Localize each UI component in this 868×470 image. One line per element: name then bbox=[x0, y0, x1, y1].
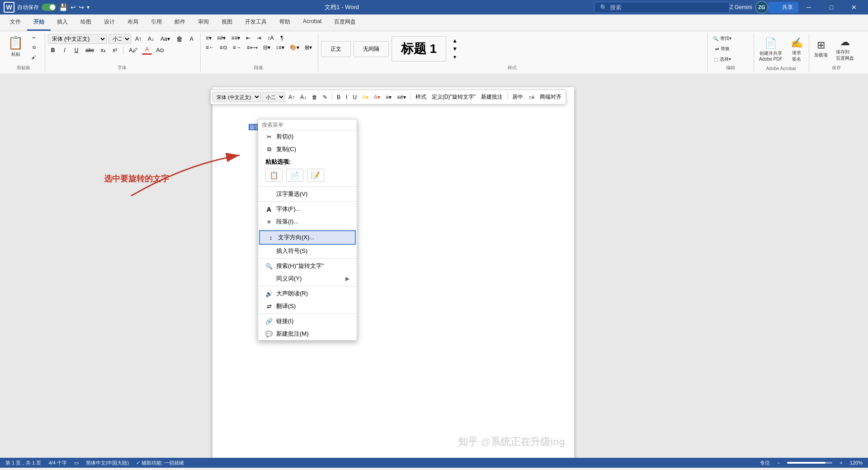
align-right-button[interactable]: ≡→ bbox=[231, 43, 244, 52]
tab-home[interactable]: 开始 bbox=[27, 14, 51, 31]
ft-format-button[interactable]: ✎ bbox=[321, 92, 330, 102]
select-button[interactable]: ⬚ 选择▾ bbox=[711, 55, 734, 64]
styles-down-button[interactable]: ▼ bbox=[450, 45, 460, 53]
paste-opt1[interactable]: 📋 bbox=[265, 169, 283, 182]
ft-style-button[interactable]: 样式 bbox=[413, 92, 429, 102]
focus-mode[interactable]: 专注 bbox=[760, 460, 770, 466]
tab-references[interactable]: 引用 bbox=[145, 14, 168, 31]
columns-button[interactable]: ⊟▾ bbox=[261, 43, 273, 52]
cut-button[interactable]: ✂ bbox=[27, 34, 41, 42]
paste-opt3[interactable]: 📝 bbox=[307, 169, 324, 182]
zoom-slider[interactable] bbox=[787, 462, 832, 464]
change-case-button[interactable]: Aa▾ bbox=[158, 35, 172, 43]
close-button[interactable]: ✕ bbox=[844, 0, 864, 14]
styles-expand-button[interactable]: ▾ bbox=[450, 53, 460, 61]
add-item-button[interactable]: ⊞ 加载项 bbox=[812, 38, 830, 60]
ft-bullets-button[interactable]: ≡▾ bbox=[383, 92, 394, 102]
ft-new-comment-button[interactable]: 新建批注 bbox=[479, 92, 505, 102]
tab-file[interactable]: 文件 bbox=[4, 14, 27, 31]
ft-italic-button[interactable]: I bbox=[344, 92, 349, 102]
ctx-new-comment[interactable]: 💬 新建批注(M) bbox=[258, 328, 357, 340]
context-search-input[interactable] bbox=[262, 122, 353, 128]
shading-button[interactable]: 🎨▾ bbox=[288, 43, 302, 52]
tab-layout[interactable]: 布局 bbox=[121, 14, 145, 31]
decrease-indent-button[interactable]: ⇤ bbox=[243, 34, 253, 42]
tab-developer[interactable]: 开发工具 bbox=[239, 14, 273, 31]
ft-color-button[interactable]: A▾ bbox=[372, 92, 382, 102]
tab-design[interactable]: 设计 bbox=[98, 14, 121, 31]
ft-numbering-button[interactable]: ≡#▾ bbox=[395, 92, 408, 102]
ft-line-spacing-button[interactable]: ↕≡ bbox=[526, 92, 537, 102]
tab-acrobat[interactable]: Acrobat bbox=[297, 14, 328, 31]
request-sign-button[interactable]: ✍ 请求签名 bbox=[788, 36, 805, 64]
ctx-font[interactable]: A 字体(F)... bbox=[258, 203, 357, 215]
restore-button[interactable]: □ bbox=[821, 0, 842, 14]
ft-define-style-button[interactable]: 定义(D)"旋转文字" bbox=[429, 92, 478, 102]
paste-opt2[interactable]: 📄 bbox=[286, 169, 303, 182]
ft-center-button[interactable]: 居中 bbox=[510, 92, 525, 102]
bold-button[interactable]: B bbox=[48, 46, 58, 54]
ctx-translate[interactable]: ⇄ 翻译(S) bbox=[258, 300, 357, 313]
undo-icon[interactable]: ↩ bbox=[71, 4, 76, 11]
context-menu-search[interactable] bbox=[258, 119, 357, 130]
subscript-button[interactable]: x₂ bbox=[98, 46, 108, 54]
ft-grow-button[interactable]: A↑ bbox=[286, 92, 297, 102]
font-highlight-button[interactable]: A🖊 bbox=[127, 46, 140, 54]
ft-justify-button[interactable]: 两端对齐 bbox=[538, 92, 564, 102]
phonetic-guide-button[interactable]: A⊙ bbox=[154, 46, 166, 54]
ctx-cut[interactable]: ✂ 剪切(I) bbox=[258, 130, 357, 143]
ctx-link[interactable]: 🔗 链接(I) bbox=[258, 315, 357, 328]
italic-button[interactable]: I bbox=[60, 46, 70, 54]
ctx-paragraph[interactable]: ≡ 段落(I)... bbox=[258, 215, 357, 228]
style-no-spacing[interactable]: 无间隔 bbox=[354, 41, 389, 57]
save-icon[interactable]: 💾 bbox=[59, 3, 68, 12]
document-area[interactable]: 选中要旋转的文字 旋转文字 宋体 (中文正文) 小二 bbox=[45, 74, 741, 458]
ctx-copy[interactable]: ⧉ 复制(C) bbox=[258, 143, 357, 156]
ft-highlight-button[interactable]: A▾ bbox=[360, 92, 371, 102]
user-avatar[interactable]: ZG bbox=[755, 1, 768, 14]
tab-baidu[interactable]: 百度网盘 bbox=[328, 14, 362, 31]
ft-size-select[interactable]: 小二 bbox=[262, 92, 285, 102]
ctx-text-direction[interactable]: ↕ 文字方向(X)... bbox=[259, 230, 356, 245]
underline-button[interactable]: U bbox=[71, 46, 81, 54]
tab-help[interactable]: 帮助 bbox=[273, 14, 297, 31]
font-size-select[interactable]: 小二 bbox=[108, 34, 131, 44]
bullets-button[interactable]: ≡▾ bbox=[203, 34, 214, 42]
share-button[interactable]: 👤 共享 bbox=[768, 2, 798, 13]
align-left-button[interactable]: ≡← bbox=[203, 43, 217, 52]
autosave-toggle[interactable] bbox=[42, 4, 56, 11]
zoom-plus[interactable]: + bbox=[840, 460, 842, 465]
ft-underline-button[interactable]: U bbox=[350, 92, 359, 102]
find-button[interactable]: 🔍 查找▾ bbox=[711, 34, 734, 43]
ft-shrink-button[interactable]: A↓ bbox=[298, 92, 309, 102]
style-heading1[interactable]: 标题 1 bbox=[392, 36, 446, 62]
styles-up-button[interactable]: ▲ bbox=[450, 37, 460, 45]
strikethrough-button[interactable]: abc bbox=[83, 46, 96, 54]
ft-clear-button[interactable]: 🗑 bbox=[310, 92, 320, 102]
save-to-baidu-button[interactable]: ☁ 保存到百度网盘 bbox=[834, 35, 856, 63]
shrink-font-button[interactable]: A↓ bbox=[146, 35, 156, 43]
grow-font-button[interactable]: A↑ bbox=[133, 35, 144, 43]
ctx-insert-symbol[interactable]: 插入符号(S) bbox=[258, 245, 357, 257]
ctx-read-aloud[interactable]: 🔊 大声朗读(R) bbox=[258, 287, 357, 300]
create-pdf-button[interactable]: 📄 创建并共享Adobe PDF bbox=[757, 36, 785, 63]
tab-insert[interactable]: 插入 bbox=[51, 14, 74, 31]
superscript-button[interactable]: x² bbox=[110, 46, 120, 54]
font-color-button[interactable]: A bbox=[142, 45, 152, 55]
tab-mailings[interactable]: 邮件 bbox=[168, 14, 192, 31]
format-painter-button[interactable]: 🖌 bbox=[27, 53, 41, 61]
ctx-search-item[interactable]: 🔍 搜索(H)"旋转文字" bbox=[258, 260, 357, 272]
ft-font-select[interactable]: 宋体 (中文正文) bbox=[212, 92, 261, 102]
search-input[interactable] bbox=[610, 4, 700, 11]
sort-button[interactable]: ↕A bbox=[265, 34, 276, 42]
replace-button[interactable]: ⇄ 替换 bbox=[711, 44, 734, 53]
copy-button[interactable]: ⧉ bbox=[27, 43, 41, 52]
tab-draw[interactable]: 绘图 bbox=[74, 14, 98, 31]
ctx-synonyms[interactable]: 同义词(Y) ▶ bbox=[258, 272, 357, 285]
clear-format-button[interactable]: 🗑 bbox=[174, 34, 185, 43]
tab-review[interactable]: 审阅 bbox=[192, 14, 215, 31]
ft-bold-button[interactable]: B bbox=[335, 92, 343, 102]
zoom-minus[interactable]: − bbox=[777, 460, 780, 465]
borders-button[interactable]: ⊞▾ bbox=[302, 43, 314, 52]
tab-view[interactable]: 视图 bbox=[215, 14, 239, 31]
